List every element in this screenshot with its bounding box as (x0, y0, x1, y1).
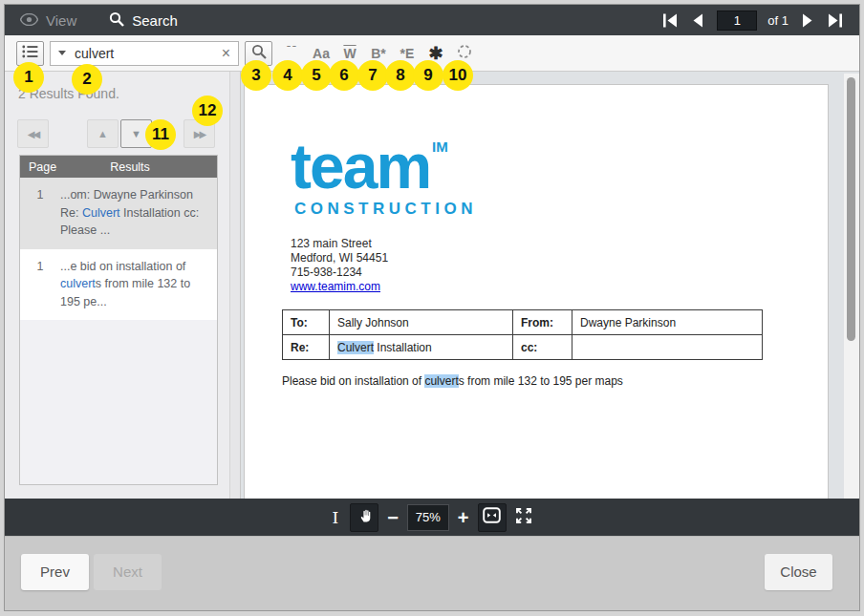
tab-view-label: View (46, 12, 76, 29)
result-row[interactable]: 1 ...e bid on installation of culverts f… (20, 249, 217, 321)
to-value: Sally Johnson (330, 310, 513, 335)
double-left-arrow-icon: ◀◀ (28, 129, 38, 139)
table-row: To: Sally Johnson From: Dwayne Parkinson (283, 310, 763, 335)
highlighted-match: Culvert (337, 341, 374, 354)
begins-with-icon[interactable]: B* (364, 46, 393, 61)
logo-wordmark: team (291, 131, 430, 202)
whole-word-icon[interactable]: W (335, 46, 364, 61)
first-result-button[interactable]: ◀◀ (17, 119, 49, 148)
re-value: Culvert Installation (330, 335, 513, 360)
page-count-label: of 1 (767, 13, 788, 28)
annotation-badge-7: 7 (357, 60, 388, 91)
table-row: Re: Culvert Installation cc: (283, 335, 763, 360)
from-label: From: (513, 310, 572, 335)
ends-with-icon[interactable]: *E (393, 46, 421, 61)
vertical-scrollbar[interactable] (844, 74, 859, 499)
fit-width-button[interactable] (478, 503, 507, 532)
title-bar: View Search 1 of 1 (5, 5, 859, 35)
close-button[interactable]: Close (765, 554, 832, 590)
hand-icon (356, 507, 373, 527)
annotation-badge-11: 11 (145, 119, 176, 150)
exact-phrase-icon[interactable]: “ (278, 46, 307, 61)
logo-subtitle: CONSTRUCTION (294, 200, 828, 219)
document-viewer: teamIM CONSTRUCTION 123 main Street Medf… (241, 72, 859, 499)
page-navigation: 1 of 1 (661, 11, 844, 31)
results-table-header: Page Results (20, 156, 217, 178)
address-line: 123 main Street (291, 237, 828, 251)
from-value: Dwayne Parkinson (572, 310, 763, 335)
annotation-badge-8: 8 (385, 60, 416, 91)
tab-search[interactable]: Search (109, 11, 178, 30)
eye-icon (20, 12, 38, 29)
memo-table: To: Sally Johnson From: Dwayne Parkinson… (282, 309, 763, 360)
address-line: Medford, WI 54451 (291, 251, 828, 266)
to-label: To: (283, 310, 330, 335)
tab-search-label: Search (132, 12, 178, 29)
annotation-badge-6: 6 (329, 60, 359, 91)
fullscreen-icon[interactable] (515, 507, 532, 528)
highlighted-match: culvert (424, 374, 458, 388)
zoom-out-icon[interactable]: − (387, 508, 399, 527)
down-arrow-icon: ▼ (131, 128, 141, 139)
match-case-icon[interactable]: Aa (307, 46, 335, 61)
prev-button[interactable]: Prev (21, 554, 89, 590)
next-page-button[interactable] (799, 11, 816, 29)
last-page-button[interactable] (827, 11, 844, 29)
chevron-down-icon[interactable] (58, 51, 66, 55)
text-select-tool-icon[interactable]: I (332, 508, 338, 527)
zoom-level-display[interactable]: 75% (407, 504, 449, 531)
search-field: × (50, 41, 239, 66)
column-header-page: Page (20, 160, 62, 174)
result-snippet: ...e bid on installation of culverts fro… (60, 258, 213, 311)
website-link[interactable]: www.teamim.com (291, 280, 380, 293)
company-logo: teamIM CONSTRUCTION (291, 138, 828, 219)
result-snippet: ...om: Dwayne Parkinson Re: Culvert Inst… (60, 186, 213, 240)
search-input[interactable] (75, 46, 213, 61)
first-page-button[interactable] (661, 11, 679, 29)
main-content: 2 Results Found. ◀◀ ▲ ▼ ▶▶ Page Results … (5, 72, 859, 499)
document-page: teamIM CONSTRUCTION 123 main Street Medf… (244, 84, 829, 499)
scrollbar-thumb[interactable] (847, 77, 855, 341)
double-right-arrow-icon: ▶▶ (194, 129, 205, 139)
next-button[interactable]: Next (94, 554, 162, 590)
tab-view[interactable]: View (20, 12, 76, 29)
previous-page-button[interactable] (689, 11, 706, 29)
document-body-text: Please bid on installation of culverts f… (282, 374, 828, 388)
page-number-input[interactable]: 1 (717, 11, 757, 31)
zoom-in-icon[interactable]: + (458, 508, 469, 527)
annotation-badge-12: 12 (192, 96, 223, 126)
fit-width-icon (483, 507, 501, 527)
viewer-dialog: View Search 1 of 1 (4, 4, 860, 611)
list-icon (22, 45, 38, 62)
panel-splitter[interactable] (229, 72, 241, 499)
search-icon (109, 11, 124, 30)
result-page-number: 1 (20, 186, 60, 240)
result-row[interactable]: 1 ...om: Dwayne Parkinson Re: Culvert In… (20, 178, 217, 249)
pan-tool-button[interactable] (350, 503, 378, 532)
company-address: 123 main Street Medford, WI 54451 715-93… (291, 237, 828, 294)
results-table: Page Results 1 ...om: Dwayne Parkinson R… (19, 155, 218, 485)
annotation-badge-10: 10 (443, 60, 473, 91)
annotation-badge-1: 1 (13, 62, 44, 93)
address-line: 715-938-1234 (291, 266, 828, 280)
up-arrow-icon: ▲ (97, 128, 108, 139)
document-content: teamIM CONSTRUCTION 123 main Street Medf… (245, 85, 828, 388)
re-label: Re: (283, 335, 330, 360)
column-header-results: Results (62, 160, 217, 174)
zoom-toolbar: I − 75% + (5, 499, 859, 536)
dialog-footer: Prev Next Close (5, 536, 859, 610)
results-panel: 2 Results Found. ◀◀ ▲ ▼ ▶▶ Page Results … (5, 72, 229, 499)
match-term: Culvert (82, 206, 120, 220)
annotation-badge-4: 4 (272, 60, 303, 91)
clear-search-icon[interactable]: × (222, 46, 230, 61)
previous-result-button[interactable]: ▲ (87, 119, 119, 148)
logo-superscript: IM (432, 138, 448, 155)
result-page-number: 1 (20, 258, 60, 311)
cc-label: cc: (513, 335, 572, 360)
annotation-badge-2: 2 (72, 64, 102, 95)
annotation-badge-9: 9 (413, 60, 443, 91)
annotation-badge-5: 5 (301, 60, 332, 91)
match-term: culvert (60, 277, 96, 290)
cc-value (572, 335, 763, 360)
annotation-badge-3: 3 (241, 60, 271, 91)
